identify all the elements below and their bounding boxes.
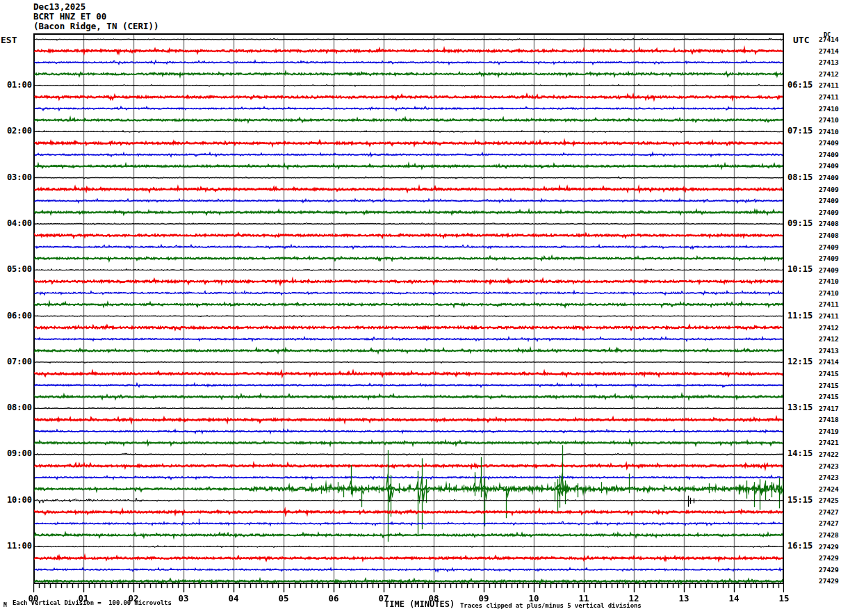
utc-hour-label: 09:15 <box>787 218 813 228</box>
dc-offset-value: 27409 <box>819 186 839 193</box>
dc-offset-value: 27408 <box>819 232 839 239</box>
dc-offset-value: 27409 <box>819 139 839 147</box>
utc-hour-label: 11:15 <box>787 311 813 321</box>
dc-offset-value: 27409 <box>819 174 839 181</box>
dc-offset-value: 27415 <box>819 370 839 378</box>
est-hour-label: 05:00 <box>0 264 32 274</box>
utc-hour-label: 08:15 <box>787 172 813 182</box>
dc-offset-value: 27410 <box>819 128 839 136</box>
title-location: (Bacon Ridge, TN (CERI)) <box>33 22 159 31</box>
x-tick-label: 13 <box>673 593 694 603</box>
dc-offset-value: 27410 <box>819 277 839 285</box>
dc-offset-value: 27428 <box>819 531 839 539</box>
dc-offset-value: 27408 <box>819 220 839 227</box>
dc-offset-value: 27409 <box>819 209 839 216</box>
est-hour-label: 09:00 <box>0 448 32 458</box>
dc-offset-value: 27411 <box>819 300 839 308</box>
right-axis-header: UTC <box>793 35 809 45</box>
dc-offset-value: 27414 <box>819 35 839 43</box>
utc-hour-label: 14:15 <box>787 448 813 458</box>
dc-offset-value: 27417 <box>819 405 839 412</box>
dc-offset-value: 27424 <box>819 485 839 493</box>
helicorder-page: Dec13,2025 BCRT HNZ ET 00 (Bacon Ridge, … <box>0 0 841 616</box>
title-date: Dec13,2025 <box>33 2 85 12</box>
dc-offset-value: 27425 <box>819 496 839 504</box>
est-hour-label: 04:00 <box>0 218 32 228</box>
footer-glyph: M <box>3 602 7 608</box>
utc-hour-label: 13:15 <box>787 403 813 412</box>
dc-offset-value: 27411 <box>819 93 839 101</box>
dc-offset-value: 27412 <box>819 70 839 78</box>
dc-offset-value: 27415 <box>819 393 839 400</box>
x-tick-label: 04 <box>223 593 244 603</box>
x-tick-label: 06 <box>323 593 344 603</box>
dc-offset-value: 27429 <box>819 577 839 585</box>
est-hour-label: 02:00 <box>0 126 32 136</box>
dc-offset-value: 27412 <box>819 335 839 343</box>
left-axis-header: EST <box>1 35 17 45</box>
dc-offset-value: 27415 <box>819 382 839 389</box>
dc-offset-value: 27422 <box>819 451 839 458</box>
dc-offset-value: 27418 <box>819 416 839 423</box>
utc-hour-label: 12:15 <box>787 357 813 366</box>
utc-hour-label: 06:15 <box>787 80 813 90</box>
footer-scale-note: Each Vertical Division = 100.00 microvol… <box>13 599 172 606</box>
dc-offset-value: 27427 <box>819 508 839 516</box>
x-tick-label: 03 <box>173 593 194 603</box>
dc-offset-value: 27423 <box>819 462 839 470</box>
dc-offset-value: 27423 <box>819 473 839 481</box>
dc-offset-value: 27409 <box>819 151 839 159</box>
dc-offset-value: 27411 <box>819 81 839 89</box>
est-hour-label: 11:00 <box>0 541 32 551</box>
dc-offset-value: 27414 <box>819 47 839 55</box>
dc-offset-value: 27429 <box>819 554 839 562</box>
dc-offset-value: 27409 <box>819 254 839 262</box>
est-hour-label: 06:00 <box>0 311 32 321</box>
x-tick-label: 05 <box>273 593 294 603</box>
est-hour-label: 03:00 <box>0 172 32 182</box>
dc-offset-value: 27427 <box>819 519 839 527</box>
x-axis-title: TIME (MINUTES) <box>384 599 455 609</box>
dc-offset-value: 27429 <box>819 543 839 551</box>
title-station: BCRT HNZ ET 00 <box>33 12 106 22</box>
utc-hour-label: 16:15 <box>787 541 813 551</box>
dc-offset-value: 27410 <box>819 105 839 113</box>
utc-hour-label: 15:15 <box>787 495 813 505</box>
dc-offset-value: 27411 <box>819 312 839 320</box>
dc-offset-value: 27410 <box>819 289 839 297</box>
x-tick-label: 15 <box>774 593 794 603</box>
x-tick-label: 14 <box>724 593 744 603</box>
est-hour-label: 07:00 <box>0 357 32 366</box>
dc-offset-value: 27413 <box>819 58 839 66</box>
dc-offset-value: 27409 <box>819 243 839 251</box>
dc-offset-value: 27419 <box>819 428 839 435</box>
seismogram-canvas <box>33 33 784 597</box>
est-hour-label: 08:00 <box>0 403 32 412</box>
dc-offset-value: 27409 <box>819 266 839 274</box>
dc-offset-value: 27414 <box>819 358 839 366</box>
dc-offset-value: 27409 <box>819 197 839 204</box>
dc-offset-value: 27429 <box>819 566 839 574</box>
est-hour-label: 10:00 <box>0 495 32 505</box>
est-hour-label: 01:00 <box>0 80 32 90</box>
dc-offset-value: 27409 <box>819 162 839 170</box>
dc-offset-value: 27410 <box>819 116 839 124</box>
utc-hour-label: 07:15 <box>787 126 813 136</box>
footer-clip-note: Traces clipped at plus/minus 5 vertical … <box>460 602 642 609</box>
dc-offset-value: 27413 <box>819 347 839 355</box>
dc-offset-value: 27421 <box>819 439 839 446</box>
utc-hour-label: 10:15 <box>787 264 813 274</box>
dc-offset-value: 27412 <box>819 324 839 332</box>
